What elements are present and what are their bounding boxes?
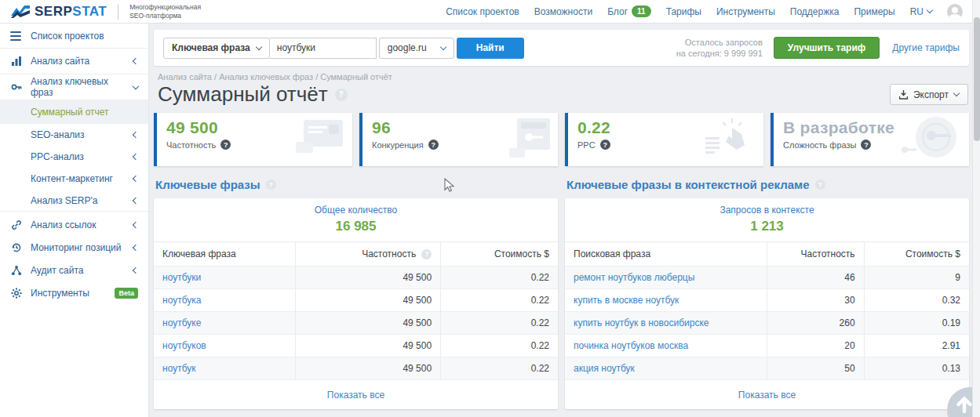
summary-value: 1 213 bbox=[565, 219, 969, 234]
other-plans-link[interactable]: Другие тарифы bbox=[892, 42, 960, 53]
language-selector[interactable]: RU bbox=[910, 6, 932, 17]
sidebar-item-label: Анализ ссылок bbox=[31, 219, 97, 230]
sidebar-item-tools[interactable]: Инструменты Beta bbox=[0, 281, 148, 304]
chevron-down-icon bbox=[440, 43, 446, 49]
user-avatar[interactable] bbox=[947, 4, 963, 20]
table-row: акция ноутбук500.13 bbox=[565, 357, 969, 380]
page-title: Суммарный отчёт bbox=[158, 82, 328, 107]
section-title: Ключевые фразы? bbox=[155, 178, 558, 191]
chevron-left-icon bbox=[133, 267, 139, 273]
volume-cell: 49 500 bbox=[295, 312, 440, 335]
keyword-link[interactable]: ремонт ноутбуков люберцы bbox=[565, 267, 767, 289]
menu-icon bbox=[10, 31, 22, 41]
keyword-link[interactable]: ноутбуке bbox=[154, 312, 295, 335]
keyword-link[interactable]: купить в москве ноутбук bbox=[565, 289, 767, 312]
top-header: SERPSTAT МногофункциональнаяSEO-платформ… bbox=[0, 0, 980, 24]
show-all-link[interactable]: Показать все bbox=[327, 390, 384, 401]
chevron-down-icon bbox=[953, 90, 960, 96]
volume-cell: 50 bbox=[767, 357, 865, 380]
stat-help-icon[interactable]: ? bbox=[220, 140, 231, 150]
keywords-table-card: Общее количество 16 985 Ключевая фраза Ч… bbox=[154, 198, 558, 409]
keyword-link[interactable]: купить ноутбук в новосибирске bbox=[565, 312, 767, 335]
stat-help-icon[interactable]: ? bbox=[861, 140, 871, 150]
gear-icon bbox=[10, 288, 22, 299]
sidebar-item-link-analysis[interactable]: Анализ ссылок bbox=[0, 213, 148, 236]
summary-label: Общее количество bbox=[154, 205, 558, 216]
search-engine-select[interactable]: google.ru bbox=[379, 38, 454, 59]
chevron-down-icon bbox=[927, 7, 933, 13]
sidebar-item-rank-monitoring[interactable]: Мониторинг позиций bbox=[0, 236, 148, 259]
title-help-icon[interactable]: ? bbox=[335, 89, 348, 101]
sidebar-subitem-content-marketing[interactable]: Контент-маркетинг bbox=[0, 168, 148, 190]
brand-logo[interactable]: SERPSTAT МногофункциональнаяSEO-платформ… bbox=[11, 3, 201, 19]
queries-quota: Осталось запросовна сегодня: 9 999 991 bbox=[676, 37, 763, 60]
table-row: ремонт ноутбуков люберцы469 bbox=[565, 267, 969, 289]
vertical-scrollbar[interactable] bbox=[972, 0, 980, 417]
cost-cell: 0.22 bbox=[441, 312, 558, 335]
context-ads-table: Поисковая фраза Частотность Стоимость $ … bbox=[565, 242, 969, 380]
sidebar-item-label: Мониторинг позиций bbox=[31, 242, 121, 253]
stat-help-icon[interactable]: ? bbox=[600, 140, 610, 150]
keywords-table: Ключевая фраза Частотность? Стоимость $ … bbox=[154, 242, 558, 380]
show-all-link[interactable]: Показать все bbox=[738, 390, 796, 401]
cost-cell: 0.13 bbox=[864, 357, 969, 380]
sidebar-subitem-serp-analysis[interactable]: Анализ SERP'а bbox=[0, 190, 148, 212]
volume-cell: 49 500 bbox=[295, 267, 440, 289]
upgrade-plan-button[interactable]: Улучшить тариф bbox=[774, 37, 880, 59]
column-help-icon[interactable]: ? bbox=[421, 249, 432, 259]
keyword-link[interactable]: ноутбука bbox=[154, 289, 295, 312]
scrollbar-thumb[interactable] bbox=[974, 17, 980, 141]
stat-card-volume: 49 500 Частотность? bbox=[154, 113, 352, 166]
keyword-link[interactable]: ноутбуков bbox=[154, 335, 295, 357]
export-label: Экспорт bbox=[913, 89, 949, 100]
keyword-link[interactable]: починка ноутбуков москва bbox=[565, 335, 767, 357]
nav-item-projects[interactable]: Список проектов bbox=[446, 6, 519, 17]
cost-cell: 0.22 bbox=[441, 335, 558, 357]
sidebar-subitem-seo-analysis[interactable]: SEO-анализ bbox=[0, 124, 148, 146]
main-content: Ключевая фраза google.ru Найти Осталось … bbox=[149, 24, 980, 417]
table-header-row: Поисковая фраза Частотность Стоимость $ bbox=[565, 242, 969, 267]
search-button[interactable]: Найти bbox=[457, 38, 524, 59]
sidebar-subitem-label: SEO-анализ bbox=[31, 129, 85, 140]
sidebar-item-label: Анализ сайта bbox=[31, 56, 89, 67]
col-header-cost: Стоимость $ bbox=[441, 242, 558, 267]
sidebar-item-keyword-analysis[interactable]: Анализ ключевых фраз bbox=[0, 74, 148, 100]
keyword-link[interactable]: ноутбуки bbox=[154, 267, 295, 289]
nav-item-features[interactable]: Возможности bbox=[534, 6, 592, 17]
section-help-icon[interactable]: ? bbox=[815, 179, 825, 190]
nav-item-plans[interactable]: Тарифы bbox=[666, 6, 701, 17]
stat-card-ppc: 0.22 PPC? bbox=[565, 113, 763, 166]
table-header-row: Ключевая фраза Частотность? Стоимость $ bbox=[154, 242, 558, 267]
section-title: Ключевые фразы в контекстной рекламе? bbox=[567, 178, 969, 191]
sidebar-subitem-label: Контент-маркетинг bbox=[31, 173, 113, 184]
card-watermark-icon bbox=[290, 117, 346, 162]
sidebar-subitem-ppc-analysis[interactable]: PPC-анализ bbox=[0, 146, 148, 168]
keyword-link[interactable]: акция ноутбук bbox=[565, 357, 767, 380]
search-type-select[interactable]: Ключевая фраза bbox=[163, 38, 270, 59]
sidebar-item-site-audit[interactable]: Аудит сайта bbox=[0, 259, 148, 281]
search-input[interactable] bbox=[270, 38, 377, 59]
cost-cell: 9 bbox=[864, 267, 969, 289]
section-help-icon[interactable]: ? bbox=[266, 179, 276, 190]
sidebar-item-site-analysis[interactable]: Анализ сайта bbox=[0, 49, 148, 74]
key-icon bbox=[10, 82, 22, 92]
export-button[interactable]: Экспорт bbox=[890, 84, 968, 105]
cost-cell: 0.22 bbox=[441, 357, 558, 380]
nav-item-blog[interactable]: Блог11 bbox=[607, 5, 651, 17]
stat-card-competition: 96 Конкуренция? bbox=[359, 113, 558, 166]
sidebar-item-label: Аудит сайта bbox=[31, 265, 83, 276]
chevron-down-icon bbox=[133, 82, 139, 89]
col-header-cost: Стоимость $ bbox=[864, 242, 969, 267]
sidebar-subitem-summary-report[interactable]: Суммарный отчет bbox=[0, 100, 148, 124]
stat-help-icon[interactable]: ? bbox=[428, 140, 439, 150]
sidebar-item-project-list[interactable]: Список проектов bbox=[0, 24, 148, 49]
volume-cell: 20 bbox=[767, 335, 865, 357]
nav-item-tools[interactable]: Инструменты bbox=[716, 6, 775, 17]
breadcrumb[interactable]: Анализ сайта / Анализ ключевых фраз / Су… bbox=[158, 72, 969, 82]
nav-item-support[interactable]: Поддержка bbox=[790, 6, 840, 17]
context-ads-section: Ключевые фразы в контекстной рекламе? За… bbox=[565, 178, 969, 409]
keyword-link[interactable]: ноутбук bbox=[154, 357, 295, 380]
volume-cell: 260 bbox=[767, 312, 865, 335]
table-footer: Показать все bbox=[154, 380, 558, 409]
nav-item-examples[interactable]: Примеры bbox=[854, 6, 894, 17]
